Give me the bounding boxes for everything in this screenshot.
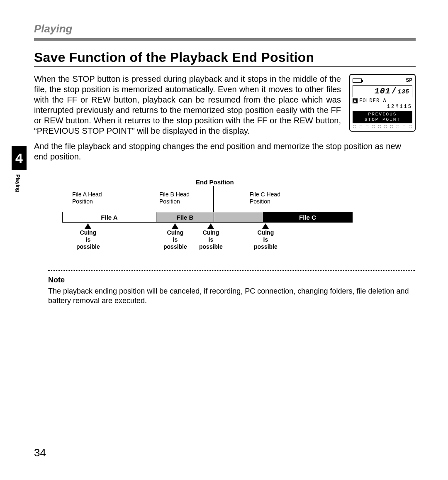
- mode-label: SP: [406, 77, 412, 83]
- page-number: 34: [34, 446, 46, 459]
- triangle-icon: [85, 223, 91, 229]
- triangle-icon: [207, 223, 214, 229]
- section-header: Playing: [34, 22, 72, 35]
- header-rule: [34, 38, 416, 41]
- device-display: SP 101 / 135 A FOLDER A 12M11S PREVIOUS …: [349, 74, 416, 132]
- manual-page: Playing Save Function of the Playback En…: [0, 0, 448, 480]
- triangle-icon: [172, 223, 178, 229]
- file-a-segment: File A: [63, 212, 156, 222]
- file-b-segment-2: [214, 212, 263, 222]
- file-a-head-label: File A Head Position: [72, 191, 102, 205]
- dotted-rule: [48, 270, 415, 271]
- file-bar: File A File B File C: [62, 212, 353, 223]
- folder-row: A FOLDER A: [353, 98, 412, 104]
- time-display: 12M11S: [353, 104, 412, 110]
- paragraph-2: And the file playback and stopping chang…: [34, 141, 416, 162]
- triangle-icon: [262, 223, 269, 229]
- cuing-label: Cuing is possible: [163, 229, 187, 250]
- file-b-head-label: File B Head Position: [159, 191, 190, 205]
- cuing-label: Cuing is possible: [254, 229, 278, 250]
- end-position-line: [213, 186, 214, 212]
- file-c-segment: File C: [263, 212, 352, 222]
- counter-total: 135: [398, 88, 409, 95]
- paragraph-1: When the STOP button is pressed during p…: [34, 74, 341, 136]
- file-b-segment-1: File B: [156, 212, 214, 222]
- battery-icon: [353, 78, 362, 83]
- prev-line2: STOP POINT: [353, 117, 412, 122]
- folder-icon: A: [353, 98, 358, 103]
- note-title: Note: [48, 276, 65, 284]
- folder-name: FOLDER A: [359, 98, 387, 104]
- progress-segments: [353, 125, 412, 128]
- counter-display: 101 / 135: [353, 85, 412, 97]
- page-title: Save Function of the Playback End Positi…: [34, 50, 314, 65]
- title-rule: [34, 66, 416, 67]
- counter-main: 101: [375, 86, 391, 96]
- previous-stop-point-banner: PREVIOUS STOP POINT: [353, 111, 412, 123]
- chapter-side-label: Playing: [15, 174, 21, 192]
- end-position-label: End Position: [196, 179, 234, 186]
- chapter-number-tab: 4: [12, 146, 27, 170]
- cuing-label: Cuing is possible: [76, 229, 100, 250]
- cuing-label: Cuing is possible: [199, 229, 223, 250]
- note-body: The playback ending position will be can…: [48, 287, 415, 306]
- prev-line1: PREVIOUS: [353, 112, 412, 117]
- file-c-head-label: File C Head Position: [250, 191, 280, 205]
